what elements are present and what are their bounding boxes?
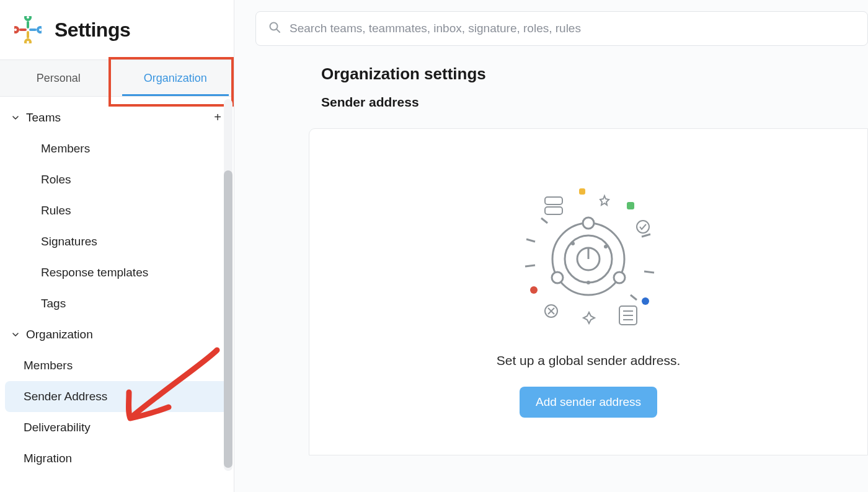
nav-item-teams-rules[interactable]: Rules [5, 195, 229, 226]
add-sender-address-button[interactable]: Add sender address [520, 387, 657, 418]
svg-rect-29 [627, 202, 634, 209]
sidebar-header: Settings [0, 0, 234, 59]
app-logo-icon [14, 15, 42, 44]
nav-item-org-members[interactable]: Members [5, 350, 229, 381]
svg-point-8 [552, 272, 563, 283]
empty-state-illustration-icon [514, 185, 663, 333]
svg-rect-19 [545, 207, 562, 214]
nav-item-org-migration[interactable]: Migration [5, 443, 229, 474]
svg-line-13 [525, 265, 535, 266]
page-title: Settings [55, 19, 130, 42]
svg-rect-28 [579, 188, 585, 195]
section-subtitle: Sender address [321, 95, 868, 110]
search-box[interactable] [255, 11, 868, 46]
svg-point-20 [637, 221, 649, 233]
sidebar-tabs: Personal Organization [0, 59, 234, 97]
svg-line-14 [642, 234, 650, 237]
nav-section-label: Organization [26, 328, 93, 341]
tab-personal[interactable]: Personal [0, 60, 117, 96]
nav-item-org-deliverability[interactable]: Deliverability [5, 412, 229, 443]
svg-point-7 [614, 272, 625, 283]
content-area: Organization settings Sender address [234, 57, 868, 455]
nav-section-label: Teams [26, 111, 61, 125]
svg-line-15 [644, 271, 654, 273]
chevron-down-icon [11, 113, 20, 122]
svg-point-30 [642, 297, 649, 305]
nav-item-teams-signatures[interactable]: Signatures [5, 226, 229, 257]
svg-point-9 [587, 281, 590, 284]
nav-item-teams-roles[interactable]: Roles [5, 164, 229, 195]
svg-point-31 [530, 286, 538, 294]
add-team-icon[interactable]: + [214, 110, 221, 125]
svg-line-12 [526, 239, 535, 242]
svg-line-16 [541, 218, 547, 223]
scrollbar-thumb[interactable] [224, 170, 232, 468]
search-input[interactable] [290, 22, 855, 35]
nav-item-teams-response-templates[interactable]: Response templates [5, 257, 229, 288]
nav-item-teams-tags[interactable]: Tags [5, 288, 229, 319]
section-title: Organization settings [321, 64, 868, 84]
nav-section-teams[interactable]: Teams + [0, 102, 234, 133]
nav-item-org-sender-address[interactable]: Sender Address [5, 381, 229, 412]
svg-point-11 [604, 245, 608, 248]
empty-state-text: Set up a global sender address. [497, 353, 681, 368]
svg-rect-18 [545, 197, 562, 204]
svg-line-1 [277, 29, 280, 32]
search-icon [268, 21, 281, 36]
svg-point-10 [571, 242, 575, 245]
nav-item-teams-members[interactable]: Members [5, 133, 229, 164]
svg-line-17 [631, 295, 637, 300]
empty-state-card: Set up a global sender address. Add send… [309, 128, 868, 455]
tab-organization[interactable]: Organization [117, 60, 234, 96]
sidebar: Settings Personal Organization Teams + M… [0, 0, 234, 492]
search-wrap [234, 0, 868, 57]
main-content: Organization settings Sender address [234, 0, 868, 492]
sidebar-nav: Teams + Members Roles Rules Signatures R… [0, 97, 234, 474]
chevron-down-icon [11, 330, 20, 339]
svg-point-6 [583, 217, 594, 229]
nav-section-organization[interactable]: Organization [0, 319, 234, 350]
